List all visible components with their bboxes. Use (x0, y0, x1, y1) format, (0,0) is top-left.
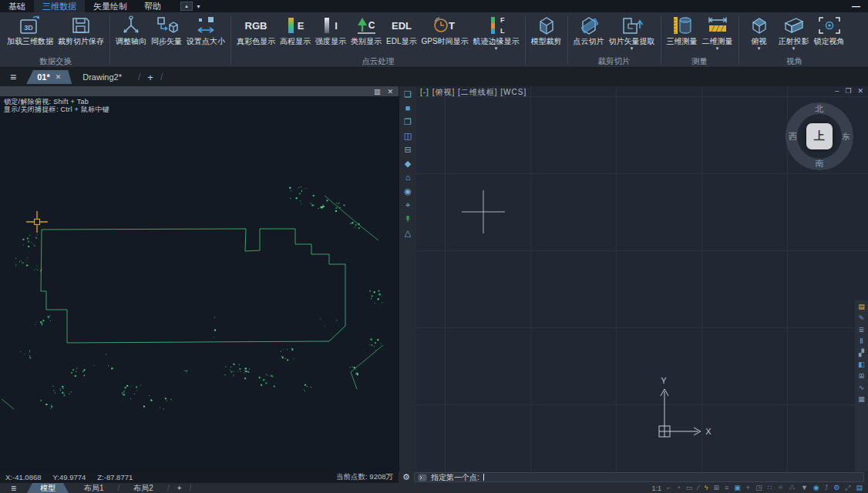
target-icon[interactable]: ⌖ (405, 200, 410, 210)
fullscreen-icon[interactable]: ⤢ (845, 484, 850, 492)
ribbon-button-class-display[interactable]: C类别显示 (348, 14, 384, 46)
dropdown-caret-icon[interactable]: ▼ (630, 46, 634, 52)
compass-north-label[interactable]: 北 (816, 103, 824, 115)
file-tabs-menu-icon[interactable]: ≡ (0, 71, 26, 83)
share-icon[interactable]: ⤴ (825, 484, 829, 492)
ribbon-button-sync-vector[interactable]: 同步矢量 (149, 14, 184, 46)
clean-screen-icon[interactable]: ▤ (856, 484, 863, 492)
drawing-viewport[interactable]: YX [-] [俯视] [二维线框] [WCS] –❐✕ 北 南 西 东 上 ▤… (416, 86, 868, 471)
grid-display-icon[interactable]: ⊞ (714, 484, 720, 492)
ribbon-state-icon[interactable]: ▲ (180, 2, 193, 11)
ribbon-button-trajectory-edge-display[interactable]: FL航迹边缘显示▼ (471, 14, 522, 52)
layout-tab-1[interactable]: 布局1 (76, 483, 112, 493)
menu-item-3[interactable]: 帮助 (136, 0, 170, 12)
ribbon-button-set-point-size[interactable]: 设置点大小 (184, 14, 227, 46)
panel-icon[interactable]: ▦ (858, 395, 865, 403)
window-minimize-button[interactable]: — (852, 2, 868, 11)
object-snap-icon[interactable]: ∷ (768, 484, 772, 492)
dropdown-caret-icon[interactable]: ▼ (715, 46, 720, 52)
pointcloud-canvas[interactable]: 锁定/解除俯视: Shift + Tab 显示/关闭捕捉框: Ctrl + 鼠标… (0, 96, 399, 471)
annotation-monitor-icon[interactable]: ▭ (686, 484, 693, 492)
new-tab-button[interactable]: + (147, 72, 153, 83)
polar-tracking-icon[interactable]: ◳ (755, 484, 762, 492)
tab-close-icon[interactable]: ✕ (56, 73, 62, 81)
triangle-icon[interactable]: △ (405, 228, 411, 237)
command-input[interactable]: 指定第一个点: (414, 472, 864, 482)
ribbon-button-intensity-display[interactable]: I强度显示 (313, 14, 348, 46)
transparency-icon[interactable]: ✳ (777, 484, 783, 492)
menu-item-1[interactable]: 三维数据 (34, 0, 85, 12)
snap-mode-icon[interactable]: ϟ (705, 484, 708, 492)
perspective-view-icon[interactable]: ◆ (405, 159, 411, 168)
ribbon-button-edl-display[interactable]: EDLEDL显示 (384, 14, 419, 46)
coord-y: Y:49.9774 (52, 473, 86, 481)
layout-tab-2[interactable]: 布局2 (126, 483, 161, 493)
ribbon-button-measure-2d[interactable]: 二维测量▼ (700, 14, 735, 52)
ribbon-button-save-crop-slice[interactable]: 裁剪切片保存 (56, 14, 106, 46)
linetype-icon[interactable]: ≣ (859, 326, 865, 334)
column-icon[interactable]: Ⅱ (860, 337, 863, 345)
lineweight-icon[interactable]: ≡ (725, 484, 728, 492)
dropdown-caret-icon[interactable]: ▼ (494, 46, 499, 52)
menu-item-2[interactable]: 矢量绘制 (85, 0, 136, 12)
home-view-icon[interactable]: ⌂ (405, 173, 411, 182)
compass-top-view-button[interactable]: 上 (806, 123, 833, 149)
isodraft-icon[interactable]: ⌐ (667, 484, 671, 492)
compass-west-label[interactable]: 西 (789, 131, 797, 143)
ribbon-button-lock-view[interactable]: 锁定视角 (812, 14, 847, 46)
ribbon-collapse-caret-icon[interactable]: ▼ (196, 4, 201, 9)
file-tab-1[interactable]: Drawing2* (72, 70, 133, 84)
layer-manager-icon[interactable]: ▤ (858, 303, 865, 310)
compass-south-label[interactable]: 南 (816, 158, 824, 169)
block-icon[interactable]: ◧ (858, 361, 865, 368)
view-cube-icon[interactable]: ❏ (404, 89, 412, 99)
view-compass[interactable]: 北 南 西 东 上 (786, 102, 853, 170)
user-icon[interactable]: ◉ (813, 484, 819, 492)
ribbon-button-top-view[interactable]: 俯视▼ (742, 14, 776, 52)
file-tab-0[interactable]: 01*✕ (26, 70, 72, 84)
ribbon-button-pointcloud-slice[interactable]: 点云切片 (571, 14, 607, 46)
ribbon-button-load-3d-data[interactable]: 3D加载三维数据 (5, 14, 56, 46)
customization-dropdown-icon[interactable]: ▼ (801, 484, 808, 492)
polyline-icon[interactable]: ∿ (859, 384, 865, 391)
compass-east-label[interactable]: 东 (842, 131, 850, 143)
layout-tab-0[interactable]: 模型 (27, 483, 69, 493)
hatch-icon[interactable]: ▞ (859, 349, 864, 357)
viewport-stats-icon[interactable]: ▥ (374, 88, 381, 96)
add-layout-button[interactable]: + (177, 484, 182, 492)
dropdown-caret-icon[interactable]: ▼ (757, 46, 762, 52)
slice-view-icon[interactable]: ⊟ (404, 145, 411, 154)
top-view-icon (745, 14, 774, 37)
viewport-view-label[interactable]: [-] [俯视] [二维线框] [WCS] (420, 87, 527, 98)
dropdown-caret-icon[interactable]: ▼ (792, 46, 796, 52)
insert-icon[interactable]: ⊞ (859, 372, 865, 380)
shaded-view-icon[interactable]: ■ (405, 103, 411, 112)
model-space-icon[interactable]: ▣ (734, 484, 741, 492)
restore-icon[interactable]: ❐ (845, 87, 851, 95)
ribbon-button-ortho-projection[interactable]: 正射投影▼ (776, 14, 812, 52)
ribbon-button-adjust-axis[interactable]: 调整轴向 (113, 14, 149, 46)
units-icon[interactable]: ◔ (676, 484, 680, 492)
ortho-mode-icon[interactable]: ∕ (698, 484, 699, 492)
ribbon-button-gps-time-display[interactable]: TGPS时间显示 (419, 14, 470, 46)
menu-item-0[interactable]: 基础 (0, 0, 34, 12)
ribbon-button-measure-3d[interactable]: 三维测量 (664, 14, 700, 46)
ribbon-button-model-crop[interactable]: 模型裁剪 (529, 14, 564, 46)
dynamic-input-icon[interactable]: + (746, 484, 750, 492)
ribbon-button-rgb-display[interactable]: RGB真彩色显示 (234, 14, 278, 46)
ribbon-button-elevation-display[interactable]: E高程显示 (278, 14, 313, 46)
ribbon-button-slice-vector-extract[interactable]: 切片矢量提取▼ (607, 14, 658, 52)
layout-menu-icon[interactable]: ≡ (0, 484, 27, 493)
wireframe-view-icon[interactable]: ❐ (404, 117, 412, 126)
selection-cycling-icon[interactable]: ⁂ (789, 484, 796, 492)
edit-layer-icon[interactable]: ✎ (859, 314, 865, 322)
close-icon[interactable]: ✕ (857, 87, 863, 95)
hardware-acceleration-icon[interactable]: ⚙ (833, 484, 839, 492)
scale-indicator[interactable]: 1:1 (652, 485, 662, 492)
tree-icon[interactable]: ↟ (404, 214, 411, 223)
viewport-close-icon[interactable]: ✕ (387, 88, 393, 96)
minimize-icon[interactable]: – (835, 87, 839, 95)
gear-icon[interactable]: ⚙ (402, 472, 410, 482)
section-view-icon[interactable]: ◫ (404, 131, 412, 140)
eye-icon[interactable]: ◉ (404, 186, 412, 196)
